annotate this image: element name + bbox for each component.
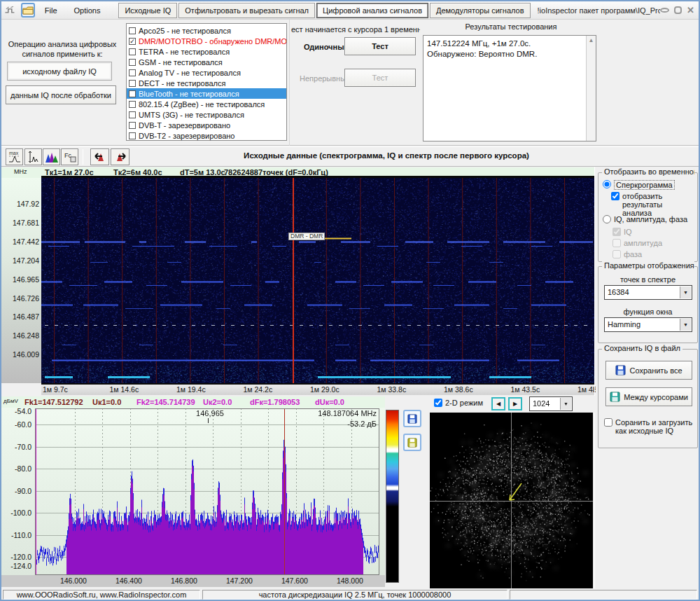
freq-tick-label: 146.726 (13, 294, 39, 303)
minimize-button[interactable] (660, 8, 669, 13)
prev-signal-icon (92, 150, 108, 164)
list-item-label: TETRA - не тестировался (139, 48, 230, 56)
checkbox-icon[interactable] (129, 101, 136, 108)
list-item[interactable]: DVB-T - зарезервировано (127, 120, 286, 130)
freq-tick-label: 146.487 (13, 312, 39, 321)
floppy-icon (407, 414, 417, 424)
iq2d-header: 2-D режим ◀ ▶ 1024 ▼ (430, 396, 595, 413)
iq-amp-phase-radio[interactable] (603, 215, 611, 223)
continuous-test-button[interactable]: Тест (344, 69, 416, 87)
maximize-button[interactable] (674, 6, 682, 14)
menu-file[interactable]: File (38, 6, 64, 15)
autoscale-max-icon: max (8, 150, 22, 164)
checkbox-icon[interactable] (129, 111, 136, 118)
list-item[interactable]: UMTS (3G) - не тестировался (127, 109, 286, 120)
signal-list[interactable]: Apco25 - не тестировался✓DMR/MOTOTRBO - … (126, 23, 287, 141)
next-frame-button[interactable]: ▶ (508, 397, 522, 410)
checkbox-icon[interactable] (129, 132, 136, 139)
phase-checkbox[interactable] (612, 250, 621, 258)
next-signal-button[interactable] (111, 148, 130, 165)
iq2d-points-select[interactable]: 1024 ▼ (529, 396, 573, 411)
menu-options[interactable]: Options (67, 6, 108, 15)
window-function-select[interactable]: Hamming ▼ (604, 317, 692, 332)
checkbox-icon[interactable] (129, 90, 136, 97)
spectrum-canvas[interactable] (35, 408, 379, 575)
checkbox-icon[interactable] (129, 122, 136, 129)
show-results-checkbox[interactable] (611, 192, 620, 200)
mhz-tick-label: 146.400 (115, 576, 142, 585)
checkbox-icon[interactable] (129, 48, 136, 55)
list-item[interactable]: BlueTooth - не тестировался (127, 88, 286, 99)
tab-strip: Исходные IQ Отфильтровать и вырезать сиг… (118, 3, 530, 18)
list-item[interactable]: 802.15.4 (ZgBee) - не тестировался (127, 99, 286, 109)
open-file-button[interactable] (21, 3, 35, 18)
toolbar-separator (83, 149, 83, 165)
checkbox-icon[interactable] (129, 59, 136, 66)
list-item[interactable]: DVB-T2 - зарезервировано (127, 130, 286, 141)
iq-label: IQ (624, 228, 632, 236)
checkbox-icon[interactable]: ✓ (129, 38, 136, 45)
prev-signal-button[interactable] (90, 148, 109, 165)
checkbox-icon[interactable] (129, 27, 136, 34)
center-freq-tick (208, 418, 209, 423)
apply-processed-iq-button[interactable]: данным IQ после обработки (6, 85, 116, 104)
single-test-button[interactable]: Тест (344, 37, 416, 55)
freq-tick-label: 147.442 (13, 237, 39, 246)
spectrogram-canvas[interactable] (41, 178, 595, 383)
tab-filter-cut[interactable]: Отфильтровать и вырезать сигнал (178, 3, 315, 18)
mode-2d-checkbox[interactable] (434, 399, 442, 407)
analysis-panel: Операцию анализа цифровых сигналов приме… (1, 20, 699, 146)
mhz-tick-label: 146.800 (171, 576, 197, 585)
main-title: Исходные данные (спектрограмма, IQ и спе… (176, 151, 596, 160)
save-all-button[interactable]: Сохранить все (606, 361, 692, 380)
spectrum-unit: дБмV (4, 398, 18, 404)
db-tick-label: -124.0 (10, 562, 31, 570)
checkbox-icon[interactable] (129, 80, 136, 87)
db-tick-label: -100.0 (10, 509, 31, 517)
spectrum-x-axis: 146.000146.400146.800147.200147.600148.0… (1, 575, 385, 587)
save-spectrum-image-button[interactable] (403, 410, 421, 427)
spectrum-points-select[interactable]: 16384 ▼ (604, 285, 692, 300)
list-item[interactable]: DECT - не тестировался (127, 78, 286, 88)
window-function-label: функция окна (598, 308, 697, 316)
vertical-scale-icon (27, 150, 41, 164)
save-iq-image-button[interactable] (403, 434, 421, 451)
spectrum-palette-button[interactable] (43, 148, 60, 165)
tab-source-iq[interactable]: Исходные IQ (118, 3, 177, 18)
chevron-down-icon[interactable]: ▼ (680, 319, 691, 331)
save-between-cursors-button[interactable]: Между курсорами (606, 387, 692, 406)
list-item[interactable]: TETRA - не тестировался (127, 46, 286, 57)
iq-2d-canvas[interactable] (430, 413, 593, 588)
tab-digital-analysis[interactable]: Цифровой анализ сигналов (316, 3, 428, 18)
result-line-detected: Обнаружено: Вероятно DMR. (427, 49, 583, 60)
apply-source-iq-button[interactable]: исходному файлу IQ (7, 62, 112, 81)
phase-label: фаза (624, 250, 642, 258)
spectrogram-radio[interactable] (603, 180, 611, 188)
list-item[interactable]: GSM - не тестировался (127, 57, 286, 67)
fc-center-icon: Fc (63, 150, 77, 164)
show-results-label: отобразить результаты анализа (622, 192, 692, 217)
freq-tick-label: 147.92 (17, 200, 39, 208)
results-scrollbar[interactable]: ▲ (586, 36, 596, 141)
prev-frame-button[interactable]: ◀ (491, 397, 505, 410)
iq-checkbox[interactable] (612, 228, 621, 236)
vertical-scale-button[interactable] (24, 148, 42, 165)
amplitude-checkbox[interactable] (612, 239, 621, 247)
colorbar (386, 410, 399, 583)
save-as-source-checkbox[interactable] (604, 418, 612, 427)
list-item[interactable]: Analog TV - не тестировался (127, 67, 286, 78)
chevron-down-icon[interactable]: ▼ (560, 398, 571, 410)
panel-separator (594, 167, 595, 588)
close-button[interactable]: ✕ (687, 5, 694, 15)
db-tick-label: -120.0 (10, 553, 31, 561)
list-item-label: DVB-T2 - зарезервировано (139, 132, 234, 140)
list-item[interactable]: ✓DMR/MOTOTRBO - обнаружено DMR/MOTOTRBO (127, 36, 286, 46)
statusbar-empty (510, 590, 697, 600)
checkbox-icon[interactable] (129, 69, 136, 76)
autoscale-max-button[interactable]: max (6, 148, 23, 165)
svg-text:max: max (9, 151, 19, 156)
list-item[interactable]: Apco25 - не тестировался (127, 25, 286, 36)
chevron-down-icon[interactable]: ▼ (680, 286, 691, 298)
fc-center-button[interactable]: Fc (61, 148, 78, 165)
tab-demodulators[interactable]: Демодуляторы сигналов (430, 3, 531, 18)
